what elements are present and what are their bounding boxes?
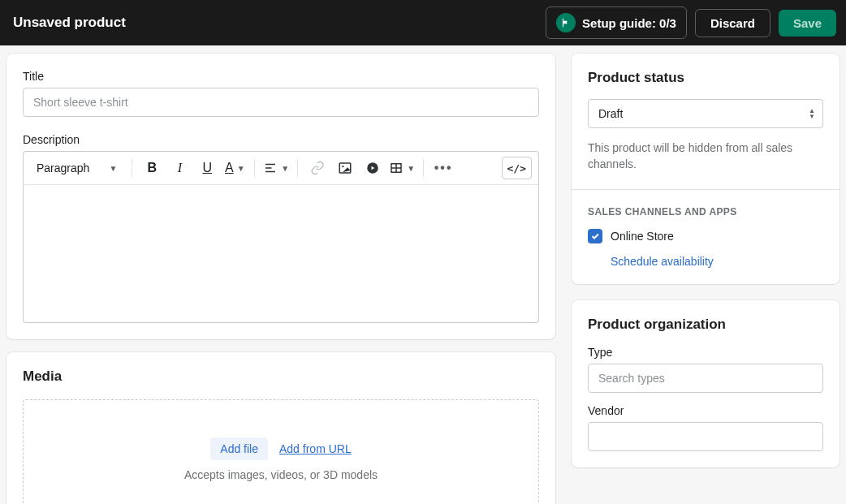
toolbar-separator (423, 159, 424, 177)
html-view-button[interactable]: </> (502, 157, 532, 179)
type-label: Type (588, 346, 823, 359)
link-button (306, 157, 329, 179)
product-status-heading: Product status (588, 70, 823, 86)
text-color-button[interactable]: A ▼ (223, 157, 246, 179)
video-button[interactable] (361, 157, 384, 179)
underline-button[interactable]: U (196, 157, 218, 179)
paragraph-style-dropdown[interactable]: Paragraph ▼ (30, 158, 123, 178)
top-bar: Unsaved product Setup guide: 0/3 Discard… (0, 0, 846, 45)
page-title: Unsaved product (10, 15, 126, 31)
top-bar-actions: Setup guide: 0/3 Discard Save (546, 6, 836, 39)
toolbar-separator (132, 159, 132, 177)
media-heading: Media (23, 368, 539, 385)
description-label: Description (23, 133, 539, 146)
product-organization-heading: Product organization (588, 317, 823, 333)
image-button[interactable] (334, 157, 356, 179)
vendor-label: Vendor (588, 404, 823, 417)
add-file-button[interactable]: Add file (210, 437, 268, 460)
toolbar-separator (297, 159, 298, 177)
type-input[interactable] (588, 364, 823, 393)
side-column: Product status Draft ▲▼ This product wil… (572, 54, 840, 504)
setup-guide-button[interactable]: Setup guide: 0/3 (546, 6, 687, 39)
sales-channels-subhead: SALES CHANNELS AND APPS (588, 206, 823, 218)
chevron-down-icon: ▼ (237, 164, 245, 173)
chevron-down-icon: ▼ (109, 164, 117, 173)
media-dropzone[interactable]: Add file Add from URL Accepts images, vi… (23, 399, 539, 504)
schedule-availability-link[interactable]: Schedule availability (611, 255, 714, 268)
online-store-checkbox[interactable] (588, 229, 602, 243)
media-hint: Accepts images, videos, or 3D models (40, 468, 522, 481)
add-from-url-link[interactable]: Add from URL (279, 442, 352, 455)
vendor-input[interactable] (588, 422, 823, 451)
online-store-label: Online Store (611, 230, 674, 243)
description-editor[interactable] (23, 185, 539, 323)
discard-button[interactable]: Discard (695, 9, 770, 37)
setup-guide-label: Setup guide: 0/3 (582, 16, 676, 30)
more-button[interactable]: ••• (432, 157, 455, 179)
media-card: Media Add file Add from URL Accepts imag… (6, 352, 555, 504)
product-status-help: This product will be hidden from all sal… (588, 140, 823, 173)
title-description-card: Title Description Paragraph ▼ B I U A ▼ (6, 54, 555, 339)
online-store-row: Online Store (588, 229, 823, 243)
chevron-down-icon: ▼ (407, 164, 415, 173)
title-input[interactable] (23, 88, 539, 117)
align-button[interactable]: ▼ (263, 157, 289, 179)
divider (572, 189, 840, 190)
paragraph-style-label: Paragraph (37, 162, 89, 174)
main-column: Title Description Paragraph ▼ B I U A ▼ (6, 54, 555, 504)
bold-button[interactable]: B (140, 157, 163, 179)
editor-toolbar: Paragraph ▼ B I U A ▼ ▼ (23, 151, 539, 185)
product-status-select[interactable]: Draft (588, 99, 823, 128)
product-organization-card: Product organization Type Vendor (572, 300, 840, 467)
italic-button[interactable]: I (168, 157, 191, 179)
table-button[interactable]: ▼ (389, 157, 415, 179)
product-status-card: Product status Draft ▲▼ This product wil… (572, 54, 840, 284)
svg-point-1 (342, 166, 343, 167)
title-label: Title (23, 70, 539, 83)
chevron-down-icon: ▼ (281, 164, 289, 173)
save-button[interactable]: Save (779, 10, 836, 37)
toolbar-separator (254, 159, 255, 177)
flag-icon (556, 13, 576, 32)
page-body: Title Description Paragraph ▼ B I U A ▼ (0, 45, 846, 504)
